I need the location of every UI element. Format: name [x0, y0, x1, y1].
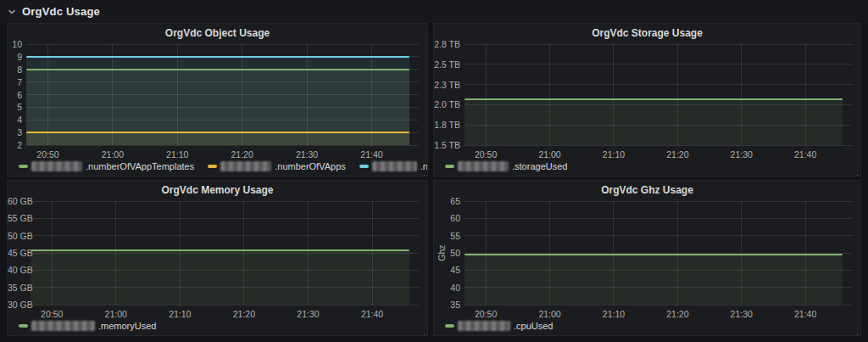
gridline-horizontal — [26, 94, 419, 95]
y-axis-unit-label: Ghz — [437, 244, 447, 261]
gridline-vertical — [486, 44, 487, 145]
legend-color-dash — [208, 165, 217, 168]
gridline-horizontal — [26, 107, 419, 108]
legend-series-suffix: .memoryUsed — [98, 321, 156, 331]
gridline-horizontal — [465, 201, 852, 202]
redacted-series-name — [458, 321, 510, 331]
gridline-horizontal — [31, 218, 419, 219]
y-tick-label: 1.5 TB — [434, 140, 460, 150]
panel-orgvdc-memory-usage: OrgVdc Memory Usage 30 GB35 GB40 GB45 GB… — [7, 180, 428, 336]
panel-resize-handle[interactable] — [419, 327, 426, 334]
gridline-horizontal — [31, 253, 419, 254]
gridline-horizontal — [26, 145, 419, 146]
y-tick-label: 65 — [434, 196, 460, 206]
gridline-vertical — [549, 44, 550, 145]
gridline-horizontal — [465, 104, 852, 105]
grafana-dashboard: OrgVdc Usage OrgVdc Object Usage 2345678… — [0, 0, 868, 342]
y-tick-label: 60 GB — [8, 196, 26, 206]
x-tick-label: 21:30 — [723, 309, 760, 319]
gridline-horizontal — [31, 270, 419, 271]
legend-color-dash — [19, 324, 28, 328]
legend: .numberOfVAppTemplates.numberOfVApps.num… — [19, 161, 428, 171]
gridline-horizontal — [465, 145, 852, 146]
gridline-vertical — [177, 44, 178, 145]
legend-item[interactable]: .cpuUsed — [445, 321, 553, 331]
legend-item[interactable]: .numberOfVAppTemplates — [19, 161, 194, 171]
panel-resize-handle[interactable] — [419, 167, 426, 174]
x-tick-label: 21:40 — [787, 149, 824, 160]
legend-item[interactable]: .numberOfVApps — [208, 161, 346, 171]
dashboard-row-header[interactable]: OrgVdc Usage — [0, 0, 868, 23]
chevron-down-icon — [8, 8, 16, 16]
gridline-horizontal — [31, 235, 419, 236]
y-tick-label: 4 — [8, 115, 22, 125]
legend-color-dash — [445, 324, 454, 328]
x-tick-label: 21:20 — [224, 149, 261, 160]
chart-plot-area: 3540455055606520:5021:0021:1021:2021:302… — [434, 181, 860, 335]
x-tick-label: 21:00 — [531, 149, 569, 160]
x-tick-label: 21:40 — [787, 309, 824, 319]
gridline-horizontal — [26, 120, 419, 121]
x-tick-label: 21:30 — [289, 309, 326, 319]
gridline-horizontal — [465, 305, 852, 306]
y-tick-label: 45 GB — [8, 248, 26, 258]
legend-item[interactable]: .memoryUsed — [19, 321, 156, 331]
gridline-vertical — [805, 44, 806, 145]
gridline-horizontal — [31, 305, 419, 306]
gridline-vertical — [371, 44, 372, 145]
series-line — [465, 254, 843, 255]
y-tick-label: 2.0 TB — [434, 99, 460, 109]
y-tick-label: 60 — [434, 213, 460, 223]
redacted-series-name — [458, 161, 509, 171]
x-tick-label: 21:00 — [531, 309, 569, 319]
legend-series-suffix: .numberOfVApps — [275, 161, 346, 171]
y-tick-label: 45 — [434, 265, 460, 275]
gridline-horizontal — [465, 287, 852, 288]
panel-orgvdc-storage-usage: OrgVdc Storage Usage 1.5 TB1.8 TB2.0 TB2… — [433, 23, 861, 177]
gridline-vertical — [47, 44, 48, 145]
y-tick-label: 2.8 TB — [434, 39, 460, 49]
legend-item[interactable]: .numberOfMedia — [359, 161, 428, 171]
series-line — [465, 98, 843, 100]
x-tick-label: 21:00 — [94, 149, 131, 160]
x-tick-label: 21:20 — [659, 309, 696, 319]
gridline-horizontal — [26, 44, 419, 45]
legend-series-suffix: .numberOfVAppTemplates — [86, 161, 194, 171]
gridline-vertical — [112, 44, 113, 145]
panel-resize-handle[interactable] — [852, 327, 859, 334]
x-tick-label: 21:40 — [353, 309, 391, 319]
panel-orgvdc-object-usage: OrgVdc Object Usage 234567891020:5021:00… — [7, 23, 428, 177]
x-tick-label: 21:30 — [723, 149, 760, 160]
redacted-series-name — [31, 161, 82, 171]
gridline-horizontal — [465, 235, 852, 236]
legend-item[interactable]: .storageUsed — [445, 161, 567, 171]
panel-resize-handle[interactable] — [852, 167, 859, 174]
legend: .cpuUsed — [445, 321, 553, 331]
x-tick-label: 20:50 — [33, 309, 70, 319]
gridline-vertical — [180, 201, 181, 305]
x-tick-label: 21:30 — [288, 149, 326, 160]
y-tick-label: 55 — [434, 231, 460, 241]
x-tick-label: 20:50 — [467, 309, 504, 319]
y-tick-label: 50 GB — [8, 231, 26, 241]
gridline-horizontal — [26, 81, 419, 82]
series-line — [31, 249, 409, 251]
chart-plot-area: 234567891020:5021:0021:1021:2021:3021:40 — [8, 24, 427, 176]
y-tick-label: 2 — [8, 140, 22, 150]
gridline-horizontal — [465, 270, 852, 271]
gridline-vertical — [308, 201, 309, 305]
y-tick-label: 10 — [8, 39, 22, 49]
legend-series-suffix: .storageUsed — [512, 161, 567, 171]
series-fill — [465, 99, 843, 145]
x-tick-label: 21:10 — [595, 309, 632, 319]
y-tick-label: 35 GB — [8, 283, 26, 293]
gridline-vertical — [741, 44, 742, 145]
legend-color-dash — [359, 165, 369, 168]
y-tick-label: 35 — [434, 300, 460, 310]
y-tick-label: 6 — [8, 90, 22, 100]
legend: .memoryUsed — [19, 321, 156, 331]
gridline-horizontal — [465, 218, 852, 219]
x-tick-label: 21:00 — [97, 309, 135, 319]
gridline-vertical — [372, 201, 373, 305]
y-tick-label: 40 GB — [8, 265, 26, 275]
